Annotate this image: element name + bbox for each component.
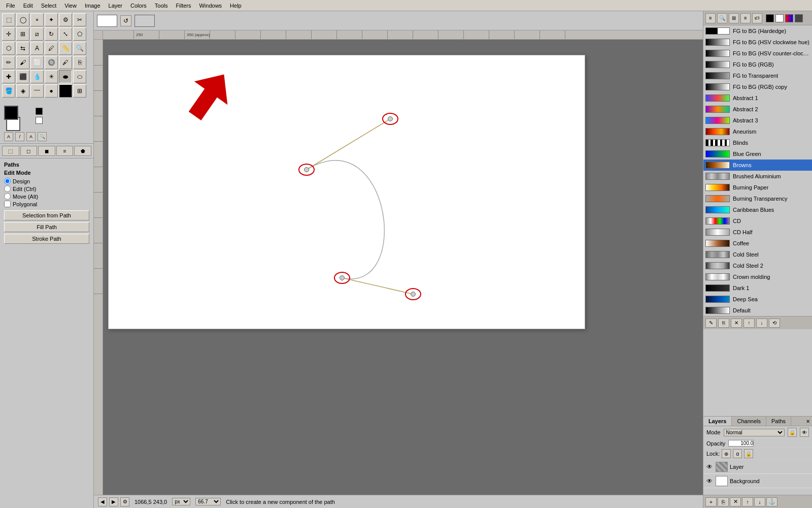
selection-from-path-button[interactable]: Selection from Path <box>4 210 89 220</box>
fill-path-button[interactable]: Fill Path <box>4 222 89 232</box>
layers-eye-btn[interactable]: 👁 <box>800 428 809 437</box>
tool-black[interactable] <box>59 84 72 98</box>
tool-scale[interactable]: ⤡ <box>59 27 72 41</box>
tool-pencil[interactable]: ✏ <box>2 56 15 69</box>
layer-up-btn[interactable]: ↑ <box>742 497 753 506</box>
tab-paths[interactable]: Paths <box>766 417 791 426</box>
menu-image[interactable]: Image <box>81 2 105 10</box>
tool-magnify[interactable]: A <box>26 132 36 141</box>
gradient-item-fg-bg-rgb-copy[interactable]: FG to BG (RGB) copy <box>703 81 812 92</box>
mode-tab-1[interactable]: ⬚ <box>2 146 19 156</box>
menu-layer[interactable]: Layer <box>105 2 127 10</box>
canvas-swatch-white[interactable] <box>97 15 117 27</box>
drawing-canvas[interactable] <box>108 55 585 329</box>
menu-select[interactable]: Select <box>37 2 61 10</box>
stroke-path-button[interactable]: Stroke Path <box>4 234 89 244</box>
tool-color-picker[interactable]: 🖊 <box>45 42 58 55</box>
tool-select-by-color[interactable]: ⚙ <box>59 13 72 26</box>
mode-dropdown[interactable]: Normal Multiply Screen Overlay <box>724 429 785 436</box>
tool-paths[interactable]: ⬬ <box>59 70 72 83</box>
menu-windows[interactable]: Windows <box>195 2 226 10</box>
menu-colors[interactable]: Colors <box>126 2 151 10</box>
gradient-refresh-btn[interactable]: ⟲ <box>769 319 780 328</box>
tool-move[interactable]: ✛ <box>2 27 15 41</box>
tool-ink[interactable]: 🖋 <box>59 56 72 69</box>
radio-edit-input[interactable] <box>4 185 11 192</box>
tool-rotate[interactable]: ↻ <box>45 27 58 41</box>
tool-dodge2[interactable]: ● <box>45 84 58 98</box>
opacity-input[interactable] <box>728 440 754 447</box>
menu-help[interactable]: Help <box>226 2 246 10</box>
gradient-item-fg-bg-rgb[interactable]: FG to BG (RGB) <box>703 59 812 70</box>
tool-heal[interactable]: ✚ <box>2 70 15 83</box>
tool-paintbrush[interactable]: 🖌 <box>16 56 29 69</box>
gradient-edit-btn[interactable]: ✎ <box>705 319 717 328</box>
gradient-item-brushed-aluminium[interactable]: Brushed Aluminium <box>703 171 812 182</box>
tool-smudge[interactable]: 〰 <box>30 84 44 98</box>
gradient-item-burning-transparency[interactable]: Burning Transparency <box>703 193 812 204</box>
mode-tab-3[interactable]: ◼ <box>38 146 55 156</box>
tool-blur[interactable]: 💧 <box>30 70 44 83</box>
tool-text2[interactable]: A <box>4 132 13 141</box>
layer-visibility-background[interactable]: 👁 <box>705 477 714 485</box>
status-zoom-select[interactable]: 66.7 100 50 25 <box>195 498 221 505</box>
gradient-item-abstract2[interactable]: Abstract 2 <box>703 104 812 115</box>
tool-free-select[interactable]: ⚬ <box>30 13 44 26</box>
layer-item-background[interactable]: 👁 Background <box>703 474 812 488</box>
gradient-item-cold-steel-2[interactable]: Cold Steel 2 <box>703 260 812 271</box>
menu-file[interactable]: File <box>2 2 19 10</box>
layer-copy-btn[interactable]: ⎘ <box>718 497 729 506</box>
gradient-up-btn[interactable]: ↑ <box>743 319 755 328</box>
canvas-reset-btn[interactable]: ↺ <box>120 15 131 26</box>
gradients-list-btn[interactable]: ≡ <box>740 13 751 23</box>
tool-eraser[interactable]: ⬜ <box>30 56 44 69</box>
tool-align[interactable]: ⊞ <box>16 27 29 41</box>
path-node-2[interactable] <box>298 164 315 176</box>
tool-bucket-fill[interactable]: 🪣 <box>2 84 15 98</box>
tool-clone[interactable]: ⎘ <box>73 56 86 69</box>
gradient-item-default[interactable]: Default <box>703 305 812 316</box>
fg-color-swatch[interactable] <box>4 106 18 120</box>
tool-airbrush[interactable]: 🔘 <box>45 56 58 69</box>
gradient-down-btn[interactable]: ↓ <box>756 319 767 328</box>
lock-alpha-btn[interactable]: α <box>733 449 742 458</box>
gradient-item-burning-paper[interactable]: Burning Paper <box>703 182 812 193</box>
tool-rect-select[interactable]: ⬚ <box>2 13 15 26</box>
layer-visibility-layer[interactable]: 👁 <box>705 463 714 471</box>
layer-new-btn[interactable]: + <box>705 497 717 506</box>
tool-text[interactable]: A <box>30 42 44 55</box>
layer-down-btn[interactable]: ↓ <box>754 497 765 506</box>
gradient-item-coffee[interactable]: Coffee <box>703 238 812 249</box>
gradient-item-fg-bg-hardedge[interactable]: FG to BG (Hardedge) <box>703 25 812 37</box>
menu-filters[interactable]: Filters <box>172 2 195 10</box>
gradient-item-dark1[interactable]: Dark 1 <box>703 282 812 294</box>
tool-line[interactable]: / <box>15 132 24 141</box>
tool-perspective[interactable]: ⬡ <box>2 42 15 55</box>
gradient-item-aneurism[interactable]: Aneurism <box>703 126 812 137</box>
menu-tools[interactable]: Tools <box>151 2 172 10</box>
gradient-item-abstract1[interactable]: Abstract 1 <box>703 92 812 104</box>
tool-fuzzy-select[interactable]: ✦ <box>45 13 58 26</box>
canvas-swatch-gray[interactable] <box>134 15 155 27</box>
canvas-scroll[interactable]: 250 350 (approx) <box>103 30 703 495</box>
tool-ink2[interactable]: ⬭ <box>73 70 86 83</box>
gradient-item-caribbean-blues[interactable]: Caribbean Blues <box>703 204 812 215</box>
layers-lock-btn[interactable]: 🔒 <box>788 428 797 437</box>
mode-tab-2[interactable]: ◻ <box>20 146 38 156</box>
gradient-item-cold-steel[interactable]: Cold Steel <box>703 249 812 260</box>
status-unit-select[interactable]: px % in cm <box>172 498 190 505</box>
gradient-item-fg-bg-hsv-ccw[interactable]: FG to BG (HSV counter-clockwise) <box>703 48 812 59</box>
tool-extra[interactable]: ⊞ <box>73 84 86 98</box>
tool-zoom2[interactable]: 🔍 <box>38 132 47 141</box>
tool-flip[interactable]: ⇆ <box>16 42 29 55</box>
gradients-search-btn[interactable]: 🔍 <box>717 13 727 23</box>
tool-dodge[interactable]: ☀ <box>45 70 58 83</box>
gradient-item-fg-bg-hsv-cw[interactable]: FG to BG (HSV clockwise hue) <box>703 37 812 48</box>
status-nav-prev[interactable]: ◀ <box>98 497 107 506</box>
gradient-item-browns[interactable]: Browns <box>703 160 812 171</box>
gradients-grid-btn[interactable]: ⊞ <box>729 13 739 23</box>
gradient-delete-btn[interactable]: ✕ <box>731 319 742 328</box>
gradient-item-cd-half[interactable]: CD Half <box>703 227 812 238</box>
status-nav-settings[interactable]: ⚙ <box>120 497 129 506</box>
gradient-item-fg-transparent[interactable]: FG to Transparent <box>703 70 812 81</box>
